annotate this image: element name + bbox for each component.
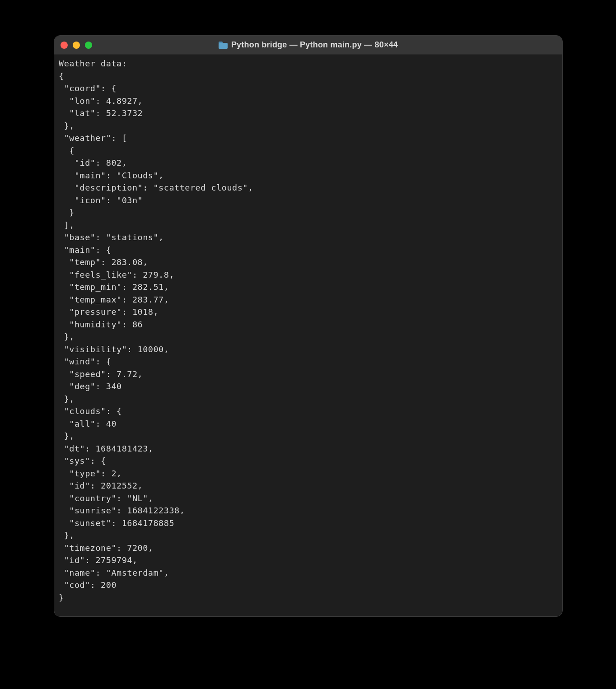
window-title: Python bridge — Python main.py — 80×44 xyxy=(231,40,398,50)
minimize-button[interactable] xyxy=(73,42,80,49)
folder-icon xyxy=(219,42,228,49)
terminal-window: Python bridge — Python main.py — 80×44 W… xyxy=(54,35,563,617)
terminal-output[interactable]: Weather data: { "coord": { "lon": 4.8927… xyxy=(54,55,562,606)
maximize-button[interactable] xyxy=(85,42,92,49)
close-button[interactable] xyxy=(61,42,68,49)
traffic-lights xyxy=(54,42,92,49)
titlebar[interactable]: Python bridge — Python main.py — 80×44 xyxy=(54,36,562,55)
title-center: Python bridge — Python main.py — 80×44 xyxy=(54,36,562,54)
